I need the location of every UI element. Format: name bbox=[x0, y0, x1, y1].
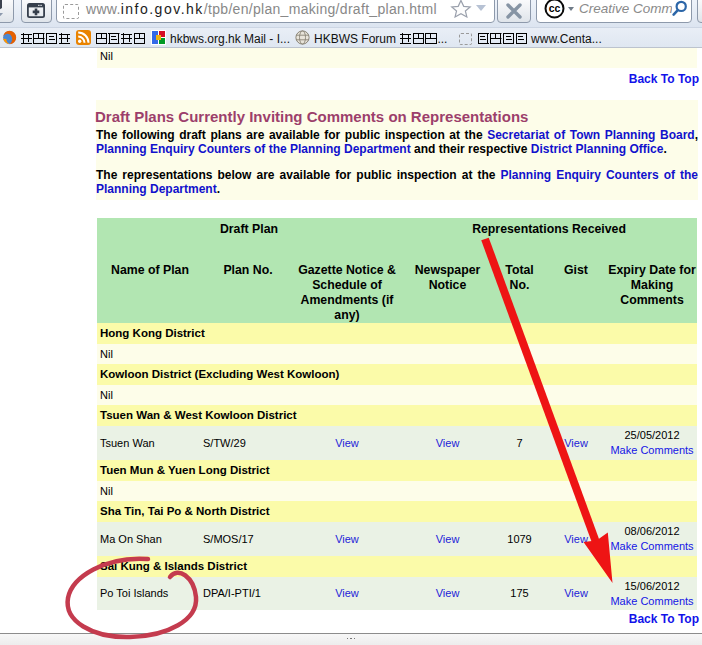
svg-text:cc: cc bbox=[549, 2, 561, 14]
